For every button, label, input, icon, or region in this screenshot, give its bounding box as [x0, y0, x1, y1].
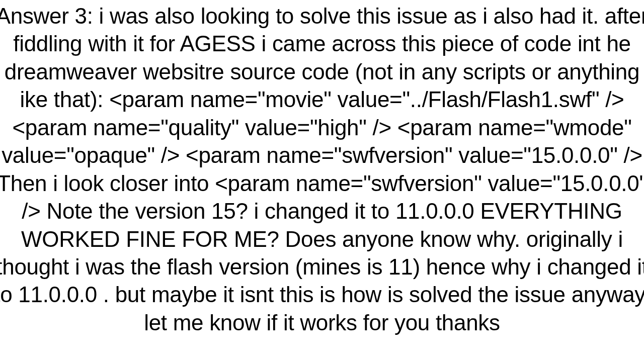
- answer-text-block: Answer 3: i was also looking to solve th…: [0, 0, 644, 336]
